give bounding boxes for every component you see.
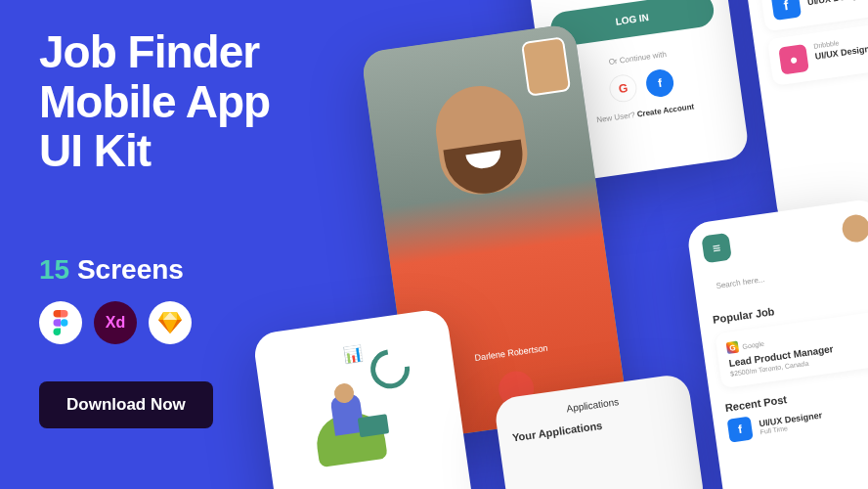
menu-icon: ≡ <box>701 233 732 264</box>
facebook-login-icon: f <box>644 67 675 99</box>
dribbble-company-icon: ● <box>778 44 809 75</box>
title-line-3: UI Kit <box>39 126 270 176</box>
onboarding-illustration: 📊 <box>294 336 427 469</box>
popular-job-label: Popular Job <box>712 305 775 326</box>
facebook-company-icon: f <box>770 0 802 21</box>
svg-point-0 <box>61 319 67 326</box>
phone-mockups: Email Address Password Forgot Password? … <box>237 0 868 489</box>
home-screen-mockup: ≡ Search here... Popular Job ♥ Google Le… <box>685 198 868 489</box>
hero-title: Job Finder Mobile App UI Kit <box>39 27 270 176</box>
sketch-icon <box>149 301 192 344</box>
new-user-label: New User? <box>596 111 635 124</box>
user-avatar <box>841 213 868 244</box>
download-button[interactable]: Download Now <box>39 381 213 428</box>
title-line-2: Mobile App <box>39 77 270 127</box>
create-account-link: Create Account <box>636 102 695 118</box>
jobs-screen-mockup: 35 Job Opportunity Most Relevant f Faceb… <box>737 0 868 231</box>
screens-label: Screens <box>77 254 184 285</box>
xd-label: Xd <box>106 314 125 332</box>
screens-subtitle: 15 Screens <box>39 254 184 286</box>
facebook-company-icon: f <box>727 416 754 442</box>
onboarding-screen-mockup: 📊 <box>252 308 478 489</box>
video-self-thumbnail <box>521 36 571 97</box>
screens-count: 15 <box>39 254 69 285</box>
figma-icon <box>39 301 82 344</box>
job-title: UI/UX Designer <box>806 0 868 7</box>
tool-icons-row: Xd <box>39 301 192 344</box>
title-line-1: Job Finder <box>39 27 270 77</box>
google-login-icon: G <box>608 72 639 104</box>
xd-icon: Xd <box>94 301 137 344</box>
